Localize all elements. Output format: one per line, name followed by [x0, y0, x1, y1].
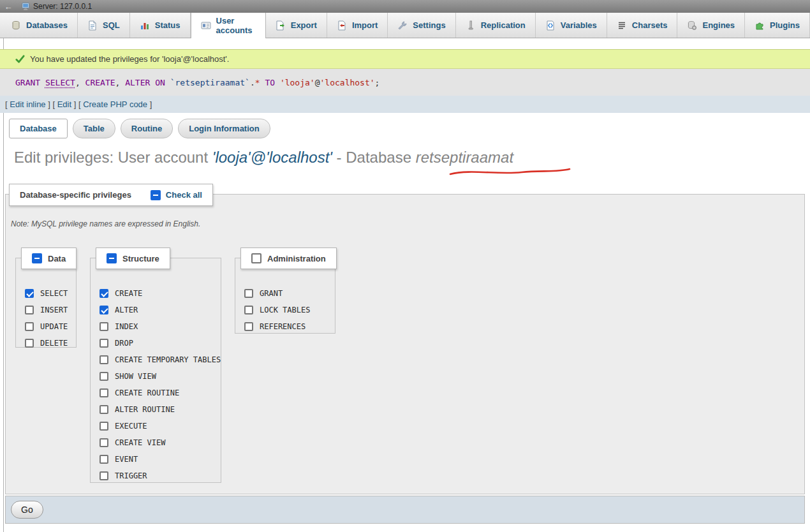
- privilege-references[interactable]: REFERENCES: [244, 318, 335, 335]
- server-label: Server: 127.0.0.1: [33, 2, 92, 11]
- subtab-database[interactable]: Database: [9, 119, 68, 138]
- privilege-label: SHOW VIEW: [115, 372, 156, 381]
- group-checkall-checkbox[interactable]: [251, 253, 261, 263]
- title-prefix: Edit privileges: User account: [14, 149, 212, 166]
- group-legend-label: Structure: [122, 254, 159, 263]
- sql-token: ;: [375, 78, 380, 87]
- privilege-event[interactable]: EVENT: [99, 451, 221, 468]
- privilege-alter[interactable]: ALTER: [99, 302, 221, 318]
- back-arrow-icon[interactable]: ←: [0, 2, 17, 11]
- charsets-icon: [617, 20, 627, 31]
- user-accounts-icon: [201, 20, 211, 31]
- privilege-alter-routine[interactable]: ALTER ROUTINE: [99, 401, 221, 418]
- create-php-code-link[interactable]: Create PHP code: [83, 100, 147, 109]
- privilege-group-structure: CREATEALTERINDEXDROPCREATE TEMPORARY TAB…: [90, 258, 221, 483]
- success-text: You have updated the privileges for 'loo…: [30, 54, 229, 64]
- nav-tab-databases[interactable]: Databases: [1, 13, 78, 38]
- privilege-delete[interactable]: DELETE: [25, 335, 76, 351]
- nav-tab-sql[interactable]: SQL: [78, 13, 130, 38]
- nav-tab-export[interactable]: Export: [266, 13, 327, 38]
- check-all-checkbox[interactable]: [151, 190, 161, 200]
- plugins-icon: [755, 20, 765, 31]
- privilege-checkbox[interactable]: [99, 339, 108, 348]
- sql-token: .: [250, 78, 255, 87]
- sql-token: *: [255, 78, 260, 87]
- subtab-table[interactable]: Table: [73, 119, 115, 138]
- sql-keyword-link[interactable]: SELECT: [45, 78, 75, 87]
- nav-tab-user-accounts[interactable]: User accounts: [191, 13, 266, 38]
- privilege-checkbox[interactable]: [99, 422, 108, 431]
- privilege-create-temporary-tables[interactable]: CREATE TEMPORARY TABLES: [99, 351, 221, 368]
- privilege-label: CREATE TEMPORARY TABLES: [115, 355, 221, 364]
- nav-tab-plugins[interactable]: Plugins: [745, 13, 810, 38]
- group-checkall-checkbox[interactable]: [107, 253, 117, 263]
- subtab-login-information[interactable]: Login Information: [178, 119, 270, 138]
- check-all-control[interactable]: Check all: [151, 190, 202, 200]
- privilege-index[interactable]: INDEX: [99, 318, 221, 335]
- privilege-label: LOCK TABLES: [260, 306, 310, 314]
- privileges-note: Note: MySQL privilege names are expresse…: [11, 219, 200, 228]
- privilege-checkbox[interactable]: [99, 471, 108, 480]
- nav-tab-label: Export: [291, 20, 317, 30]
- privilege-label: ALTER: [115, 306, 138, 314]
- nav-tab-status[interactable]: Status: [130, 13, 191, 38]
- form-footer: Go: [5, 496, 805, 524]
- privilege-checkbox[interactable]: [99, 405, 108, 414]
- privilege-label: SELECT: [40, 289, 68, 298]
- privilege-checkbox[interactable]: [99, 455, 108, 464]
- privilege-drop[interactable]: DROP: [99, 335, 221, 351]
- group-legend-structure: Structure: [96, 248, 170, 269]
- privilege-insert[interactable]: INSERT: [25, 302, 76, 318]
- privilege-lock-tables[interactable]: LOCK TABLES: [244, 302, 335, 318]
- privilege-checkbox[interactable]: [99, 438, 108, 447]
- group-legend-label: Administration: [267, 254, 326, 263]
- privilege-checkbox[interactable]: [99, 322, 108, 331]
- privilege-label: CREATE VIEW: [115, 438, 165, 447]
- privilege-checkbox[interactable]: [99, 289, 108, 298]
- privilege-trigger[interactable]: TRIGGER: [99, 468, 221, 484]
- go-button[interactable]: Go: [11, 501, 43, 519]
- privilege-checkbox[interactable]: [244, 322, 253, 331]
- status-icon: [140, 20, 150, 31]
- nav-tab-label: Charsets: [632, 20, 668, 30]
- privilege-checkbox[interactable]: [244, 306, 253, 314]
- nav-tab-import[interactable]: Import: [327, 13, 388, 38]
- group-checkall-checkbox[interactable]: [32, 253, 42, 263]
- nav-tab-settings[interactable]: Settings: [388, 13, 455, 38]
- nav-tab-charsets[interactable]: Charsets: [607, 13, 678, 38]
- nav-tab-label: Settings: [413, 20, 445, 30]
- phpmyadmin-page: ← Server: 127.0.0.1 DatabasesSQLStatusUs…: [0, 0, 810, 532]
- edit-inline-link[interactable]: Edit inline: [10, 100, 45, 109]
- privilege-checkbox[interactable]: [25, 306, 34, 314]
- privilege-create-routine[interactable]: CREATE ROUTINE: [99, 385, 221, 401]
- privilege-grant[interactable]: GRANT: [244, 285, 335, 302]
- export-icon: [276, 20, 286, 31]
- privilege-update[interactable]: UPDATE: [25, 318, 76, 335]
- nav-tab-replication[interactable]: Replication: [456, 13, 536, 38]
- privilege-checkbox[interactable]: [99, 388, 108, 397]
- privilege-checkbox[interactable]: [25, 322, 34, 331]
- privilege-checkbox[interactable]: [99, 355, 108, 364]
- privilege-label: GRANT: [260, 289, 283, 298]
- privilege-checkbox[interactable]: [99, 306, 108, 314]
- privilege-checkbox[interactable]: [25, 289, 34, 298]
- nav-tab-variables[interactable]: Variables: [536, 13, 607, 38]
- privilege-label: TRIGGER: [115, 471, 147, 480]
- privilege-checkbox[interactable]: [244, 289, 253, 298]
- import-icon: [337, 20, 347, 31]
- sql-token: `retseptiraamat`: [170, 78, 250, 87]
- subtab-routine[interactable]: Routine: [121, 119, 173, 138]
- edit-link[interactable]: Edit: [57, 100, 71, 109]
- nav-tab-label: Databases: [26, 20, 68, 30]
- privilege-create[interactable]: CREATE: [99, 285, 221, 302]
- privilege-show-view[interactable]: SHOW VIEW: [99, 368, 221, 385]
- privilege-checkbox[interactable]: [99, 372, 108, 381]
- privilege-group-box: SELECTINSERTUPDATEDELETE: [15, 258, 77, 348]
- privilege-create-view[interactable]: CREATE VIEW: [99, 434, 221, 451]
- privilege-checkbox[interactable]: [25, 339, 34, 348]
- privilege-select[interactable]: SELECT: [25, 285, 76, 302]
- nav-tab-engines[interactable]: Engines: [677, 13, 745, 38]
- privilege-label: DELETE: [40, 339, 68, 348]
- privilege-execute[interactable]: EXECUTE: [99, 418, 221, 434]
- group-legend-data: Data: [21, 248, 77, 269]
